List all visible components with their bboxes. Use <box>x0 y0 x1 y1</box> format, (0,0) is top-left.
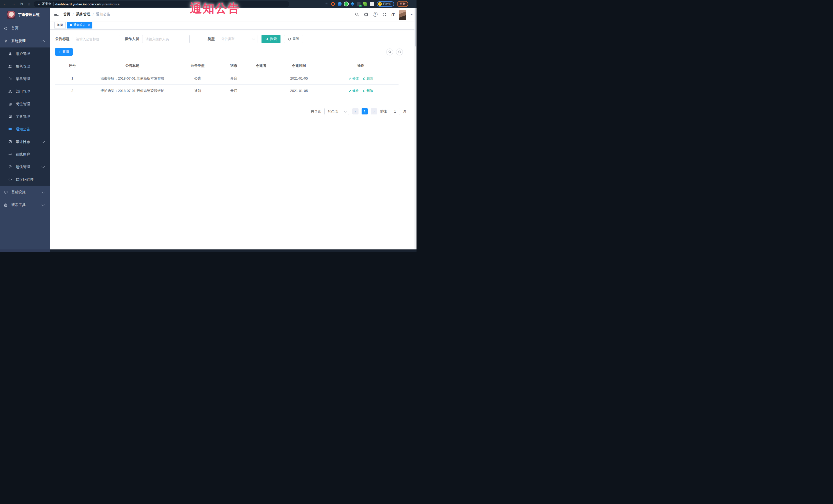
active-dot-icon <box>70 24 72 26</box>
browser-profile-chip[interactable]: 已暂停 <box>377 1 394 7</box>
app-logo[interactable]: 芋道管理系统 <box>0 8 50 22</box>
sidebar-item-system[interactable]: 系统管理 <box>0 34 50 47</box>
forward-icon[interactable]: → <box>11 2 16 6</box>
id-badge-icon <box>8 102 12 106</box>
scrollbar[interactable] <box>414 8 416 249</box>
users-icon <box>8 65 12 68</box>
cell-create-time: 2021-01-05 <box>275 85 323 97</box>
goto-page-input[interactable] <box>390 108 400 115</box>
tab-home[interactable]: 首页 <box>54 22 66 28</box>
toggle-search-button[interactable] <box>386 48 393 55</box>
refresh-table-button[interactable] <box>396 48 403 55</box>
fullscreen-icon[interactable] <box>382 12 386 17</box>
sidebar-item-depts[interactable]: 部门管理 <box>0 85 50 98</box>
sidebar-item-label: 短信管理 <box>16 165 30 169</box>
plus-icon: + <box>59 50 61 54</box>
sidebar-item-dicts[interactable]: 字典管理 <box>0 110 50 123</box>
sidebar-item-notices[interactable]: 通知公告 <box>0 123 50 136</box>
user-icon <box>8 52 12 56</box>
notice-table: 序号 公告标题 公告类型 状态 创建者 创建时间 操作 1 温馨提醒：2018- <box>55 59 399 97</box>
page-size-value: 10条/页 <box>328 109 338 114</box>
breadcrumb-system[interactable]: 系统管理 <box>76 12 90 17</box>
delete-button[interactable]: 删除 <box>363 89 373 93</box>
close-icon[interactable]: × <box>88 23 90 27</box>
extension-icon-switch[interactable]: on <box>357 2 361 6</box>
chevron-down-icon <box>42 140 45 143</box>
security-label[interactable]: 不安全 <box>42 2 52 6</box>
code-icon <box>8 177 12 182</box>
dictionary-book-icon <box>8 115 12 119</box>
breadcrumb-separator: / <box>73 12 74 17</box>
refresh-icon <box>288 38 291 41</box>
back-icon[interactable]: ← <box>3 2 7 6</box>
notice-title-input[interactable] <box>73 34 120 43</box>
table-row[interactable]: 2 维护通知：2018-07-01 若依系统凌晨维护 通知 开启 2021-01… <box>55 85 399 97</box>
cell-creator <box>247 72 275 85</box>
page-size-select[interactable]: 10条/页 <box>324 108 349 115</box>
breadcrumb-home[interactable]: 首页 <box>63 12 70 17</box>
edit-button[interactable]: 修改 <box>349 89 359 93</box>
delete-button[interactable]: 删除 <box>363 76 373 81</box>
edit-button[interactable]: 修改 <box>349 76 359 81</box>
sidebar-item-label: 角色管理 <box>16 64 30 69</box>
extension-icon-blue-diamond[interactable] <box>351 2 355 6</box>
operator-input[interactable] <box>142 34 190 43</box>
chevron-down-icon <box>252 37 255 40</box>
edit-log-icon <box>8 140 12 144</box>
sidebar-item-home[interactable]: 首页 <box>0 22 50 34</box>
github-icon[interactable] <box>364 12 368 17</box>
cell-type: 通知 <box>175 85 220 97</box>
extension-icon-orange-ring[interactable] <box>331 2 335 6</box>
column-header-create-time: 创建时间 <box>275 59 323 72</box>
sidebar-item-error-codes[interactable]: 错误码管理 <box>0 173 50 186</box>
sidebar-item-infrastructure[interactable]: 基础设施 <box>0 186 50 199</box>
header-search-icon[interactable] <box>355 12 359 17</box>
sidebar-item-users[interactable]: 用户管理 <box>0 47 50 60</box>
bookmark-star-icon[interactable]: ☆ <box>325 2 328 6</box>
home-icon[interactable]: ⌂ <box>28 2 30 6</box>
hamburger-icon[interactable] <box>54 13 58 16</box>
browser-update-button[interactable]: 更新 <box>397 1 408 7</box>
chevron-down-icon[interactable] <box>411 14 413 16</box>
page-url: dashboard.yudao.iocoder.cn/system/notice <box>55 2 120 6</box>
sidebar-item-menus[interactable]: 菜单管理 <box>0 73 50 85</box>
sidebar-item-dev-tools[interactable]: 研发工具 <box>0 199 50 212</box>
sidebar-submenu-system: 用户管理 角色管理 菜单管理 部门管理 岗位管理 <box>0 47 50 186</box>
sidebar-item-sms[interactable]: 短信管理 <box>0 161 50 173</box>
prev-page-button[interactable]: ‹ <box>352 108 358 115</box>
extension-icon-leaf[interactable] <box>363 2 367 6</box>
table-row[interactable]: 1 温馨提醒：2018-07-01 若依新版本发布啦 公告 开启 2021-01… <box>55 72 399 85</box>
search-button[interactable]: 搜索 <box>262 34 281 43</box>
sidebar-item-audit-log[interactable]: 审计日志 <box>0 136 50 148</box>
watermark-overlay: 通知公告 <box>190 1 240 17</box>
address-bar[interactable]: ▲ 不安全 dashboard.yudao.iocoder.cn/system/… <box>34 1 289 7</box>
reset-button[interactable]: 重置 <box>284 34 303 43</box>
extension-icon-green-circle[interactable] <box>344 2 348 6</box>
navbar-actions: ? TT <box>355 9 416 20</box>
url-path: /system/notice <box>99 3 120 6</box>
reload-icon[interactable]: ↻ <box>20 2 23 6</box>
extension-icon-blue-drop[interactable] <box>338 2 341 6</box>
divider <box>53 2 54 6</box>
help-icon[interactable]: ? <box>373 12 378 17</box>
sidebar-item-label: 基础设施 <box>11 190 26 194</box>
sidebar-item-online-users[interactable]: 在线用户 <box>0 148 50 161</box>
next-page-button[interactable]: › <box>371 108 377 115</box>
tab-notice[interactable]: 通知公告 × <box>67 22 92 28</box>
scrollbar-thumb[interactable] <box>415 8 416 46</box>
browser-menu-icon[interactable]: ⋮ <box>411 2 414 6</box>
cell-status: 开启 <box>220 72 247 85</box>
current-page-button[interactable]: 1 <box>362 108 368 115</box>
sidebar-item-label: 部门管理 <box>16 89 30 94</box>
column-header-actions: 操作 <box>323 59 399 72</box>
sidebar-item-roles[interactable]: 角色管理 <box>0 60 50 73</box>
user-avatar[interactable] <box>399 10 406 20</box>
add-button[interactable]: + 新增 <box>55 48 73 56</box>
extension-icon-puzzle[interactable] <box>370 2 374 6</box>
warning-icon: ▲ <box>38 2 41 6</box>
breadcrumb-separator: / <box>93 12 94 17</box>
font-size-icon[interactable]: TT <box>391 12 395 17</box>
notice-type-select[interactable]: 公告类型 <box>218 34 257 43</box>
breadcrumb-current: 通知公告 <box>96 12 110 17</box>
sidebar-item-posts[interactable]: 岗位管理 <box>0 98 50 110</box>
